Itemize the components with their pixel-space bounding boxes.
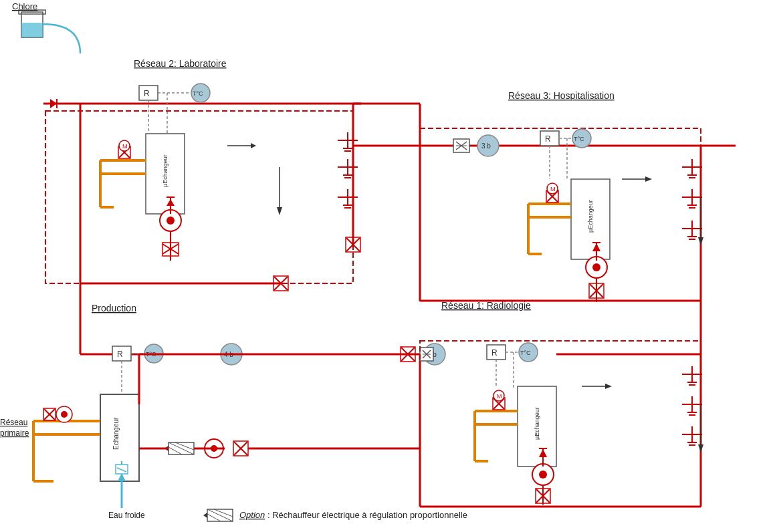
svg-text:T°C: T°C — [193, 90, 203, 97]
svg-text:µEchangeur: µEchangeur — [534, 407, 540, 440]
svg-text:primaire: primaire — [0, 428, 29, 438]
svg-marker-65 — [645, 176, 652, 182]
svg-text:µEchangeur: µEchangeur — [587, 200, 594, 233]
svg-text:T°C: T°C — [574, 136, 584, 142]
svg-text:R: R — [144, 89, 150, 98]
option-label: Option : Réchauffeur électrique à régula… — [239, 510, 467, 520]
svg-point-18 — [167, 217, 175, 225]
svg-text:R: R — [117, 350, 123, 359]
production-label: Production — [92, 303, 136, 313]
svg-marker-7 — [251, 143, 256, 148]
svg-text:M: M — [122, 143, 128, 150]
svg-marker-112 — [698, 237, 703, 245]
diagram-container: Chlore Réseau 2: Laboratoire Réseau 3: H… — [0, 0, 771, 532]
svg-rect-58 — [420, 128, 701, 301]
svg-point-185 — [539, 471, 547, 479]
reseau-primaire-label: Réseau — [0, 418, 27, 427]
svg-text:R: R — [545, 134, 551, 144]
svg-marker-44 — [277, 207, 282, 215]
svg-text:T°C: T°C — [520, 350, 531, 356]
svg-marker-217 — [203, 513, 207, 518]
reseau3-label: Réseau 3: Hospitalisation — [508, 90, 615, 101]
svg-marker-4 — [50, 99, 57, 108]
micro-echangeur1-label: µEchangeur — [162, 154, 169, 187]
svg-rect-136 — [116, 464, 128, 474]
chlore-label: Chlore — [12, 1, 37, 11]
svg-rect-1 — [21, 23, 43, 37]
svg-marker-198 — [605, 384, 612, 389]
svg-rect-8 — [45, 111, 353, 283]
svg-point-121 — [61, 411, 68, 418]
svg-text:Echangeur: Echangeur — [112, 417, 120, 450]
svg-marker-212 — [698, 444, 703, 452]
svg-text:M: M — [497, 393, 502, 400]
svg-rect-172 — [420, 341, 701, 507]
svg-text:3 b: 3 b — [481, 142, 491, 150]
eau-froide-label: Eau froide — [108, 511, 145, 520]
svg-text:R: R — [491, 348, 498, 358]
svg-point-91 — [592, 263, 600, 271]
reseau2-label: Réseau 2: Laboratoire — [134, 58, 227, 69]
svg-text:M: M — [550, 186, 556, 192]
